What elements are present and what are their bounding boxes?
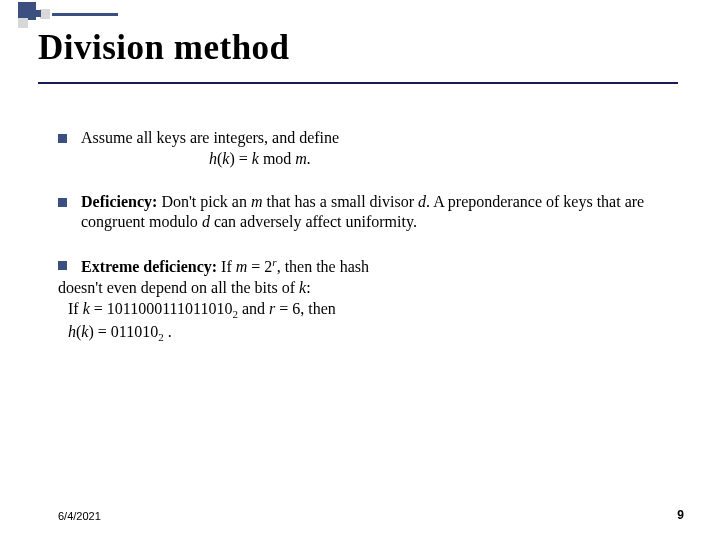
b3-b: = 2 xyxy=(247,259,272,276)
square-small-blue-icon xyxy=(34,10,41,17)
formula-mod: mod xyxy=(259,150,295,167)
deficiency-label: Deficiency: xyxy=(81,193,157,210)
b3-colon: : xyxy=(306,279,310,296)
bullet-3-block: Extreme deficiency: If m = 2r, then the … xyxy=(58,255,678,344)
bullet-3-line1: Extreme deficiency: If m = 2r, then the … xyxy=(81,255,369,278)
formula-eq: = xyxy=(235,150,252,167)
slide: Division method Assume all keys are inte… xyxy=(0,0,720,540)
accent-line xyxy=(52,13,118,16)
b3-hk: h xyxy=(68,323,76,340)
b3-c: , then the hash xyxy=(277,259,369,276)
b3-eq3: = 011010 xyxy=(94,323,158,340)
b2-m1: m xyxy=(251,193,263,210)
b2-d: can adversely affect uniformity. xyxy=(210,213,417,230)
bullet-3-line3: If k = 10110001110110102 and r = 6, then xyxy=(68,299,678,321)
bullet-1-text: Assume all keys are integers, and define… xyxy=(81,128,339,170)
bullet-1-formula: h(k) = k mod m. xyxy=(209,149,339,170)
footer-page-number: 9 xyxy=(677,508,684,522)
extreme-label: Extreme deficiency: xyxy=(81,259,217,276)
b2-a: Don't pick an xyxy=(157,193,251,210)
b3-line2: doesn't even depend on all the bits of xyxy=(58,279,299,296)
bullet-1: Assume all keys are integers, and define… xyxy=(58,128,678,170)
b3-k2: k xyxy=(83,300,90,317)
b3-dot: . xyxy=(164,323,172,340)
b3-if: If xyxy=(68,300,83,317)
bullet-icon xyxy=(58,134,67,143)
b3-and: and xyxy=(238,300,269,317)
deco-row xyxy=(0,0,720,20)
b2-d1: d xyxy=(418,193,426,210)
title-underline xyxy=(38,82,678,84)
square-small-grey-icon xyxy=(18,18,28,28)
content-area: Assume all keys are integers, and define… xyxy=(58,128,678,344)
bullet-icon xyxy=(58,261,67,270)
slide-title: Division method xyxy=(38,28,290,68)
b3-a: If xyxy=(217,259,236,276)
bullet-2: Deficiency: Don't pick an m that has a s… xyxy=(58,192,678,234)
formula-h: h xyxy=(209,150,217,167)
bullet-1-line1: Assume all keys are integers, and define xyxy=(81,128,339,149)
header-decoration xyxy=(0,0,720,22)
b2-b: that has a small divisor xyxy=(263,193,419,210)
b2-d2: d xyxy=(202,213,210,230)
bullet-3-line2: doesn't even depend on all the bits of k… xyxy=(58,278,678,299)
bullet-icon xyxy=(58,198,67,207)
bullet-2-text: Deficiency: Don't pick an m that has a s… xyxy=(81,192,678,234)
deco-row2 xyxy=(0,20,720,28)
b3-eq1: = 1011000111011010 xyxy=(90,300,233,317)
b3-m: m xyxy=(236,259,248,276)
square-medium-icon xyxy=(40,9,50,19)
b3-eq2: = 6, then xyxy=(275,300,336,317)
footer-date: 6/4/2021 xyxy=(58,510,101,522)
formula-m: m. xyxy=(295,150,311,167)
bullet-3-line4: h(k) = 0110102 . xyxy=(68,322,678,344)
formula-k2: k xyxy=(252,150,259,167)
bullet-3-row1: Extreme deficiency: If m = 2r, then the … xyxy=(58,255,678,278)
